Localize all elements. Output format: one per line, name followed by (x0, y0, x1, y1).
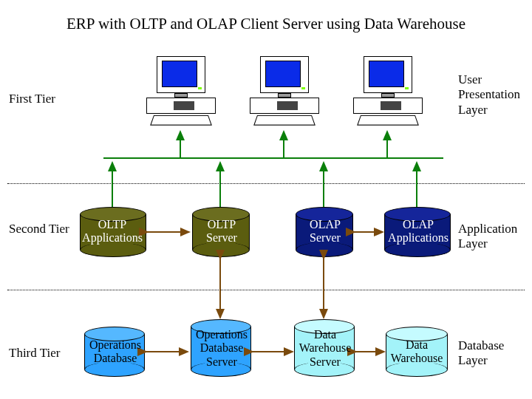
client-computer-2 (244, 56, 325, 130)
divider-2 (7, 290, 525, 290)
label-first-tier: First Tier (9, 92, 55, 106)
client-computer-1 (140, 56, 222, 130)
label-oltp-applications: OLTP Applications (68, 218, 157, 245)
label-operations-database: Operations Database (71, 338, 160, 366)
label-second-tier: Second Tier (9, 222, 69, 236)
page-title: ERP with OLTP and OLAP Client Server usi… (0, 15, 532, 33)
label-oltp-server: OLTP Server (177, 218, 266, 245)
label-app-layer: Application Layer (458, 222, 517, 252)
label-db-layer: Database Layer (458, 338, 504, 369)
label-data-warehouse-server: Data Warehouse Server (281, 328, 369, 369)
label-data-warehouse: Data Warehouse (372, 338, 461, 366)
label-user-layer: User Presentation Layer (458, 72, 520, 117)
label-operations-database-server: Operations Database Server (177, 328, 266, 369)
client-computer-3 (347, 56, 429, 130)
label-olap-server: OLAP Server (281, 218, 369, 245)
monitor-icon (364, 56, 412, 93)
monitor-icon (260, 56, 309, 93)
label-olap-applications: OLAP Applications (374, 218, 463, 245)
label-third-tier: Third Tier (9, 346, 60, 361)
divider-1 (7, 183, 525, 184)
monitor-icon (157, 56, 205, 93)
